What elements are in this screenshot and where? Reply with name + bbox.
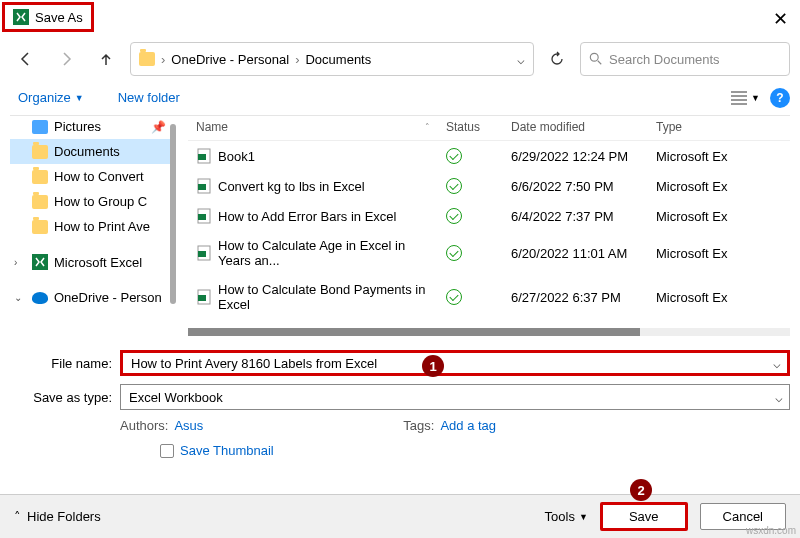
excel-file-icon xyxy=(196,289,212,305)
tools-button[interactable]: Tools ▼ xyxy=(545,509,588,524)
save-button[interactable]: Save xyxy=(600,502,688,531)
nav-forward-button[interactable] xyxy=(50,43,82,75)
excel-file-icon xyxy=(196,148,212,164)
folder-icon xyxy=(32,145,48,159)
refresh-button[interactable] xyxy=(542,44,572,74)
search-placeholder: Search Documents xyxy=(609,52,720,67)
organize-button[interactable]: Organize ▼ xyxy=(10,86,92,109)
excel-file-icon xyxy=(196,245,212,261)
breadcrumb-root[interactable]: OneDrive - Personal xyxy=(171,52,289,67)
tags-label: Tags: xyxy=(403,418,434,433)
close-button[interactable]: ✕ xyxy=(773,8,788,30)
annotation-badge-2: 2 xyxy=(630,479,652,501)
svg-rect-12 xyxy=(198,295,206,301)
svg-rect-2 xyxy=(32,254,48,270)
breadcrumb-folder[interactable]: Documents xyxy=(305,52,371,67)
crumb-chevron[interactable]: › xyxy=(295,52,299,67)
crumb-chevron[interactable]: › xyxy=(161,52,165,67)
onedrive-icon xyxy=(32,292,48,304)
folder-icon xyxy=(139,52,155,66)
file-row[interactable]: How to Calculate Age in Excel in Years a… xyxy=(188,231,790,275)
svg-rect-8 xyxy=(198,214,206,220)
svg-rect-4 xyxy=(198,154,206,160)
search-icon xyxy=(589,52,603,66)
tree-item[interactable]: How to Group C xyxy=(10,189,170,214)
sync-ok-icon xyxy=(446,178,462,194)
file-row[interactable]: Convert kg to lbs in Excel6/6/2022 7:50 … xyxy=(188,171,790,201)
chevron-down-icon[interactable]: ⌵ xyxy=(775,390,783,405)
address-bar[interactable]: › OneDrive - Personal › Documents ⌵ xyxy=(130,42,534,76)
pin-icon: 📌 xyxy=(151,120,166,134)
excel-icon xyxy=(32,254,48,270)
excel-file-icon xyxy=(196,208,212,224)
folder-icon xyxy=(32,195,48,209)
tags-value[interactable]: Add a tag xyxy=(440,418,496,433)
nav-up-button[interactable] xyxy=(90,43,122,75)
checkbox-icon xyxy=(160,444,174,458)
svg-rect-0 xyxy=(13,9,29,25)
tree-item[interactable]: How to Print Ave xyxy=(10,214,170,239)
svg-point-1 xyxy=(590,53,598,61)
horizontal-scrollbar[interactable] xyxy=(188,328,790,336)
tree-item-excel[interactable]: ›Microsoft Excel xyxy=(10,249,170,275)
file-row[interactable]: How to Add Error Bars in Excel6/4/2022 7… xyxy=(188,201,790,231)
tree-item-pictures[interactable]: Pictures📌 xyxy=(10,114,170,139)
excel-app-icon xyxy=(13,9,29,25)
sync-ok-icon xyxy=(446,148,462,164)
file-list: Name˄ Status Date modified Type Book16/2… xyxy=(188,114,790,336)
authors-label: Authors: xyxy=(120,418,168,433)
view-options-button[interactable]: ▼ xyxy=(731,91,760,105)
folder-icon xyxy=(32,170,48,184)
svg-rect-6 xyxy=(198,184,206,190)
hide-folders-button[interactable]: ˄Hide Folders xyxy=(14,509,101,524)
search-input[interactable]: Search Documents xyxy=(580,42,790,76)
watermark: wsxdn.com xyxy=(746,525,796,536)
new-folder-button[interactable]: New folder xyxy=(110,86,188,109)
tree-item[interactable]: How to Convert xyxy=(10,164,170,189)
chevron-down-icon[interactable]: ⌵ xyxy=(773,356,781,371)
file-row[interactable]: Book16/29/2022 12:24 PMMicrosoft Ex xyxy=(188,141,790,171)
chevron-up-icon: ˄ xyxy=(14,509,21,524)
help-button[interactable]: ? xyxy=(770,88,790,108)
window-title: Save As xyxy=(2,2,94,32)
window-title-text: Save As xyxy=(35,10,83,25)
svg-rect-10 xyxy=(198,251,206,257)
tree-item-onedrive[interactable]: ⌄OneDrive - Person xyxy=(10,285,170,310)
tree-item-documents[interactable]: Documents xyxy=(10,139,170,164)
excel-file-icon xyxy=(196,178,212,194)
filename-label: File name: xyxy=(10,356,120,371)
file-row[interactable]: How to Calculate Bond Payments in Excel6… xyxy=(188,275,790,319)
address-dropdown[interactable]: ⌵ xyxy=(517,52,525,67)
sync-ok-icon xyxy=(446,245,462,261)
authors-value[interactable]: Asus xyxy=(174,418,203,433)
pictures-icon xyxy=(32,120,48,134)
saveastype-label: Save as type: xyxy=(10,390,120,405)
tree-scrollbar[interactable] xyxy=(170,124,176,304)
sync-ok-icon xyxy=(446,208,462,224)
filename-input[interactable]: How to Print Avery 8160 Labels from Exce… xyxy=(120,350,790,376)
file-list-header[interactable]: Name˄ Status Date modified Type xyxy=(188,114,790,141)
nav-back-button[interactable] xyxy=(10,43,42,75)
save-thumbnail-checkbox[interactable]: Save Thumbnail xyxy=(10,443,790,458)
sync-ok-icon xyxy=(446,289,462,305)
saveastype-select[interactable]: Excel Workbook⌵ xyxy=(120,384,790,410)
folder-icon xyxy=(32,220,48,234)
navigation-tree: Pictures📌 Documents How to Convert How t… xyxy=(10,114,170,336)
annotation-badge-1: 1 xyxy=(422,355,444,377)
